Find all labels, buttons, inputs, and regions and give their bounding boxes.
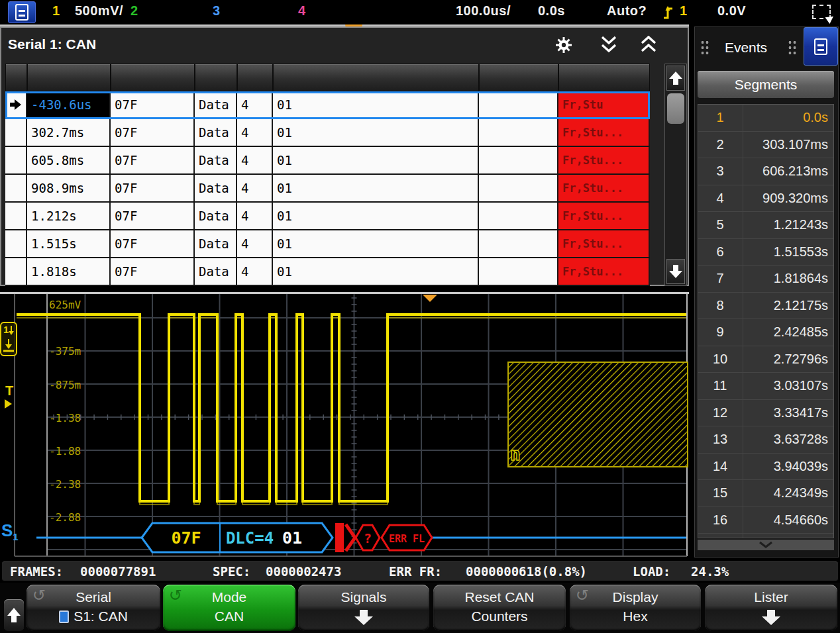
segment-row[interactable]: 9 2.42485s [698,319,833,346]
table-row[interactable]: 908.9ms 07F Data 4 01 Fr,Stu... [5,175,650,203]
cell-id: 07F [111,91,195,118]
table-row[interactable]: 1.515s 07F Data 4 01 Fr,Stu... [5,230,650,258]
column-header[interactable] [111,64,195,91]
segments-scroll-down-strip[interactable] [698,540,834,550]
softkey-lister[interactable]: Lister [705,585,837,631]
arrow-down-icon [668,264,683,279]
timebase-readout[interactable]: 100.0us/ [456,3,511,19]
menu-list-icon [15,4,28,21]
errfr-value: 0000000618(0.8%) [466,564,587,579]
table-row[interactable]: 605.8ms 07F Data 4 01 Fr,Stu... [5,147,650,175]
segment-time: 1.81864s [742,271,833,286]
segment-row[interactable]: 7 1.81864s [698,266,833,293]
segment-number: 9 [698,324,742,340]
channel-2-badge[interactable]: 2 [131,3,138,19]
serial-bus-label[interactable]: S1 [1,520,19,542]
scrollbar-thumb[interactable] [667,93,684,124]
column-header[interactable] [273,64,479,91]
hatched-region-marker: n [510,444,521,464]
gear-icon [555,36,572,54]
segment-row[interactable]: 12 3.33417s [698,400,833,427]
channel-3-badge[interactable]: 3 [213,3,221,19]
waveform-plot: n625mV-375m-875m-1.38-1.88-2.38-2.8807FD… [0,292,689,560]
segment-row[interactable]: 4 909.320ms [698,185,833,213]
segment-row[interactable]: 13 3.63728s [698,426,833,454]
segment-row[interactable]: 15 4.24349s [698,480,833,507]
cell-id: 07F [111,203,195,229]
segment-row[interactable]: 5 1.21243s [698,212,833,239]
counters-status-bar: FRAMES: 0000077891 SPEC: 0000002473 ERR … [1,561,839,581]
channel-1-scale[interactable]: 500mV/ [75,3,123,19]
softkey-reset-can[interactable]: Reset CAN Counters [433,585,566,631]
scroll-up-button[interactable] [666,66,685,91]
segment-row[interactable]: 10 2.72796s [698,346,833,373]
column-header[interactable] [479,64,558,91]
column-header[interactable] [27,64,111,91]
segment-row[interactable]: 1 0.0s [698,105,833,132]
softkey-display[interactable]: ↺ Display Hex [570,585,701,631]
trigger-level-label[interactable]: T [5,383,13,399]
back-button[interactable] [4,599,24,631]
serial-lister-window: Serial 1: CAN [0,26,689,286]
table-row[interactable]: 1.818s 07F Data 4 01 Fr,Stu... [5,258,650,286]
softkey-mode[interactable]: ↺ Mode CAN [163,585,295,631]
lister-scrollbar[interactable] [664,64,687,286]
column-header[interactable] [5,64,27,91]
marquee-cursor-icon[interactable] [812,5,831,19]
scroll-down-button[interactable] [666,259,685,284]
trigger-source-readout[interactable]: 1 [680,3,688,19]
softkey-reset-value: Counters [471,609,527,624]
cell-time: 302.7ms [27,119,111,146]
load-value: 24.3% [691,564,729,579]
column-header[interactable] [195,64,237,91]
lister-collapse-button[interactable] [598,36,620,54]
lister-expand-button[interactable] [637,36,660,54]
trigger-level-arrow-icon[interactable] [5,399,12,409]
top-status-bar: 1 500mV/ 2 3 4 100.0us/ 0.0s Auto? 1 0.0… [0,0,840,24]
lister-settings-button[interactable] [552,36,575,54]
trigger-level-readout[interactable]: 0.0V [717,3,746,19]
table-row[interactable]: -430.6us 07F Data 4 01 Fr,Stu [5,91,650,119]
segment-row[interactable]: 14 3.94039s [698,454,833,481]
segment-row[interactable]: 3 606.213ms [698,158,833,185]
table-row[interactable]: 1.212s 07F Data 4 01 Fr,Stu... [5,203,650,230]
softkey-signals[interactable]: Signals [298,585,429,631]
segment-row[interactable]: 2 303.107ms [698,132,833,159]
segment-row[interactable]: 8 2.12175s [698,293,833,320]
frames-value: 0000077891 [80,564,156,579]
cell-time: 908.9ms [27,175,111,201]
menu-button[interactable] [8,1,36,23]
softkey-serial[interactable]: ↺ Serial S1: CAN [26,585,160,631]
row-marker-cell [5,258,27,285]
segment-time: 4.54660s [742,512,833,528]
cell-id: 07F [111,230,195,257]
table-row[interactable]: 302.7ms 07F Data 4 01 Fr,Stu... [5,119,650,147]
can-frame-id: 07F [171,528,201,548]
softkey-signals-title: Signals [298,589,429,605]
chevron-double-down-icon [600,36,618,54]
segments-button[interactable]: Segments [698,71,834,98]
row-marker-cell [5,175,27,201]
segment-number: 4 [698,191,742,206]
trigger-mode-readout[interactable]: Auto? [607,3,647,19]
events-menu-button[interactable] [804,27,838,66]
channel-1-ground-marker[interactable]: 1 [0,322,17,356]
segment-row[interactable]: 16 4.54660s [698,507,833,534]
segment-row[interactable]: 17 4.84971s [698,534,833,538]
delay-readout[interactable]: 0.0s [538,3,565,19]
cell-crc [479,147,558,173]
channel-1-badge[interactable]: 1 [52,3,60,19]
segment-row[interactable]: 11 3.03107s [698,373,833,400]
column-header[interactable] [558,64,650,91]
cell-type: Data [195,203,237,229]
segment-row[interactable]: 6 1.51553s [698,239,833,266]
cell-time: -430.6us [27,91,111,118]
column-header[interactable] [237,64,273,91]
cell-data: 01 [273,175,479,201]
selected-row-arrow-icon [10,99,22,110]
segment-time: 2.42485s [742,324,833,340]
channel-4-badge[interactable]: 4 [298,3,306,19]
segment-number: 3 [698,164,742,179]
cell-crc [479,91,558,118]
cell-time: 605.8ms [27,147,111,173]
